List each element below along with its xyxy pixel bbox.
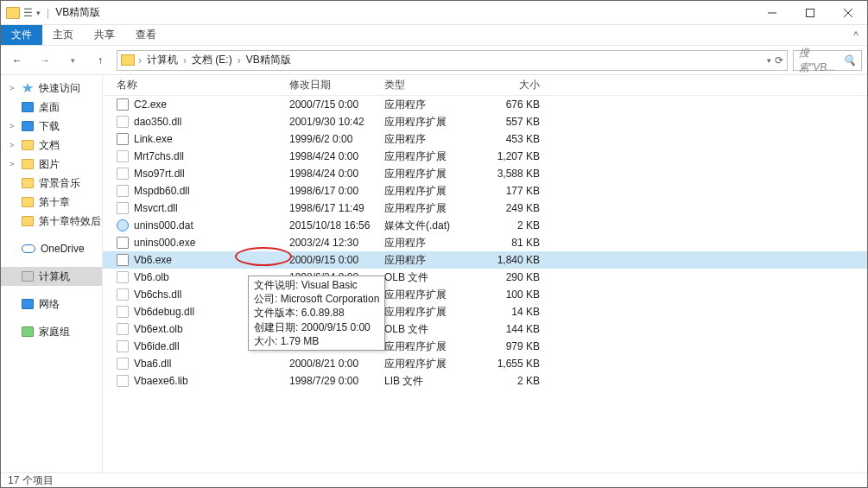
file-date: 2003/2/4 12:30 [289, 237, 384, 249]
file-icon [117, 168, 129, 180]
file-row[interactable]: Vb6.olb1998/6/24 0:00OLB 文件290 KB [103, 269, 867, 286]
titlebar-left: ☰ ▾ | VB精简版 [1, 5, 100, 20]
col-type[interactable]: 类型 [384, 78, 481, 92]
chevron-right-icon[interactable]: › [138, 54, 142, 67]
file-row[interactable]: unins000.dat2015/10/18 16:56媒体文件(.dat)2 … [103, 217, 867, 234]
expand-icon[interactable]: > [10, 141, 16, 149]
close-button[interactable] [829, 1, 867, 25]
dropdown-icon[interactable]: ▾ [36, 9, 41, 17]
sidebar-item[interactable]: 桌面 [1, 98, 102, 117]
ribbon-collapse-icon[interactable]: ^ [853, 25, 867, 45]
sidebar-item[interactable]: >文档 [1, 136, 102, 155]
file-icon [117, 340, 129, 352]
file-row[interactable]: Msvcrt.dll1998/6/17 11:49应用程序扩展249 KB [103, 200, 867, 217]
col-name[interactable]: 名称 [117, 78, 289, 92]
up-button[interactable]: ↑ [89, 49, 111, 72]
crumb[interactable]: 计算机 [145, 53, 180, 67]
file-type: 应用程序 [384, 98, 481, 112]
file-size: 2 KB [481, 219, 550, 231]
file-list[interactable]: C2.exe2000/7/15 0:00应用程序676 KBdao350.dll… [103, 96, 867, 472]
file-row[interactable]: Link.exe1999/6/2 0:00应用程序453 KB [103, 130, 867, 148]
file-row[interactable]: Mrt7chs.dll1998/4/24 0:00应用程序扩展1,207 KB [103, 148, 867, 165]
maximize-button[interactable] [791, 1, 829, 25]
sidebar-item[interactable]: 计算机 [1, 267, 102, 286]
expand-icon[interactable]: > [10, 160, 16, 168]
expand-icon[interactable]: > [10, 122, 16, 130]
file-date: 1998/4/24 0:00 [289, 168, 384, 180]
file-row[interactable]: Mso97rt.dll1998/4/24 0:00应用程序扩展3,588 KB [103, 165, 867, 182]
tab-share[interactable]: 共享 [84, 25, 125, 45]
crumb[interactable]: 文档 (E:) [190, 53, 234, 67]
file-name: Vbaexe6.lib [134, 375, 289, 387]
sidebar-item[interactable]: >下载 [1, 117, 102, 136]
back-button[interactable]: ← [6, 49, 29, 72]
tab-view[interactable]: 查看 [125, 25, 167, 45]
file-date: 1998/6/17 0:00 [289, 185, 384, 197]
col-size[interactable]: 大小 [481, 78, 550, 92]
chevron-right-icon[interactable]: › [183, 54, 187, 67]
file-name: Vba6.dll [134, 358, 289, 370]
refresh-icon[interactable]: ⟳ [775, 54, 783, 67]
file-icon [117, 288, 129, 301]
file-row[interactable]: Vb6chs.dll2000/10/2 0:00应用程序扩展100 KB [103, 286, 867, 303]
nav-sidebar[interactable]: >快速访问桌面>下载>文档>图片背景音乐第十章第十章特效后OneDrive计算机… [1, 75, 103, 472]
recent-dropdown[interactable]: ▾ [61, 49, 84, 72]
chevron-right-icon[interactable]: › [238, 54, 241, 67]
sidebar-item-label: 第十章特效后 [39, 214, 101, 229]
sidebar-item[interactable]: 家庭组 [1, 322, 102, 341]
file-row[interactable]: Vbaexe6.lib1998/7/29 0:00LIB 文件2 KB [103, 372, 867, 390]
window-controls [753, 1, 867, 25]
sidebar-item-label: 第十章 [39, 195, 70, 210]
file-type: LIB 文件 [384, 374, 481, 389]
yellow-icon [22, 159, 34, 169]
file-type: OLB 文件 [384, 322, 481, 337]
tab-home[interactable]: 主页 [42, 25, 84, 45]
file-row[interactable]: Vb6debug.dll2000/7/15 0:00应用程序扩展14 KB [103, 303, 867, 320]
main: >快速访问桌面>下载>文档>图片背景音乐第十章第十章特效后OneDrive计算机… [1, 75, 867, 472]
sidebar-item[interactable]: 网络 [1, 295, 102, 314]
file-date: 2000/9/15 0:00 [289, 254, 384, 266]
file-row[interactable]: C2.exe2000/7/15 0:00应用程序676 KB [103, 96, 867, 113]
cloud-icon [22, 244, 35, 253]
sidebar-item[interactable]: >图片 [1, 155, 102, 174]
file-icon [117, 306, 129, 318]
file-name: Link.exe [134, 133, 289, 145]
sidebar-item[interactable]: 第十章特效后 [1, 212, 102, 231]
sidebar-item[interactable]: OneDrive [1, 239, 102, 258]
file-row[interactable]: Mspdb60.dll1998/6/17 0:00应用程序扩展177 KB [103, 182, 867, 200]
file-row[interactable]: Vb6.exe2000/9/15 0:00应用程序1,840 KB [103, 251, 867, 269]
file-row[interactable]: Vba6.dll2000/8/21 0:00应用程序扩展1,655 KB [103, 355, 867, 372]
file-date: 1999/6/2 0:00 [289, 133, 384, 145]
expand-icon[interactable]: > [10, 84, 16, 92]
file-size: 1,655 KB [481, 358, 550, 370]
search-input[interactable]: 搜索"VB... 🔍 [793, 50, 862, 71]
column-headers[interactable]: 名称 修改日期 类型 大小 [103, 75, 867, 96]
address-box[interactable]: › 计算机 › 文档 (E:) › VB精简版 ▾ ⟳ [117, 50, 788, 71]
titlebar: ☰ ▾ | VB精简版 [1, 1, 867, 25]
file-size: 1,207 KB [481, 150, 550, 162]
sidebar-item[interactable]: >快速访问 [1, 79, 102, 98]
sidebar-item-label: OneDrive [41, 243, 85, 255]
file-type: 应用程序扩展 [384, 184, 481, 199]
file-row[interactable]: Vb6ide.dll2003/4/23 21:10应用程序扩展979 KB [103, 338, 867, 355]
sidebar-item[interactable]: 第十章 [1, 193, 102, 212]
file-name: unins000.dat [134, 219, 289, 231]
col-date[interactable]: 修改日期 [289, 78, 384, 92]
file-size: 3,588 KB [481, 168, 550, 180]
blue-icon [22, 102, 34, 112]
chevron-down-icon[interactable]: ▾ [767, 56, 771, 65]
file-icon [117, 254, 129, 266]
folder-icon [6, 7, 20, 19]
forward-button[interactable]: → [34, 49, 56, 72]
sidebar-item[interactable]: 背景音乐 [1, 174, 102, 193]
minimize-button[interactable] [753, 1, 791, 25]
file-row[interactable]: dao350.dll2001/9/30 10:42应用程序扩展557 KB [103, 113, 867, 130]
qat-icon[interactable]: ☰ [23, 7, 33, 19]
file-row[interactable]: unins000.exe2003/2/4 12:30应用程序81 KB [103, 234, 867, 251]
file-type: 应用程序 [384, 236, 481, 250]
file-type: 应用程序扩展 [384, 305, 481, 320]
crumb[interactable]: VB精简版 [244, 53, 293, 67]
file-date: 1998/4/24 0:00 [289, 150, 384, 162]
tab-file[interactable]: 文件 [1, 25, 42, 45]
file-row[interactable]: Vb6ext.olb1998/7/6 0:00OLB 文件144 KB [103, 320, 867, 338]
